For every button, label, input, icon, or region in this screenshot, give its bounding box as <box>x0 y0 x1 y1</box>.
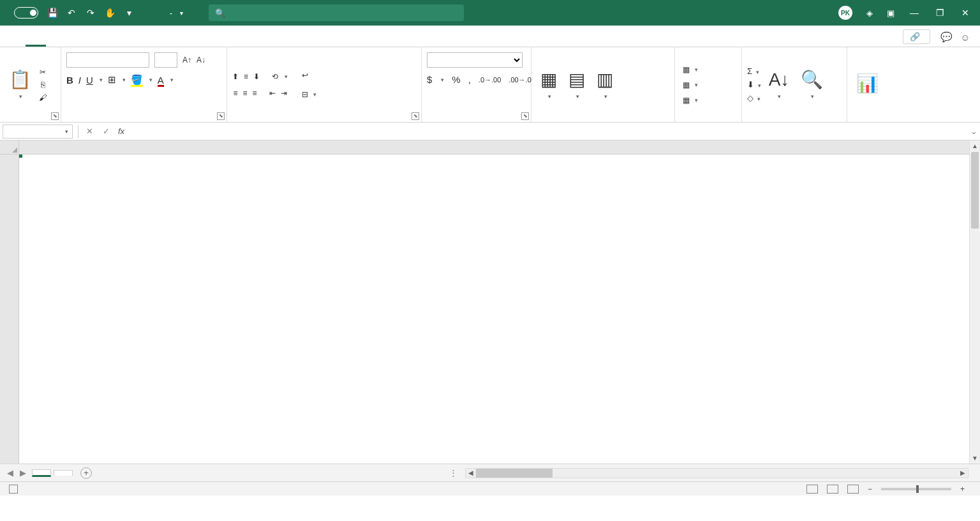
sheet-tab-use-cases[interactable] <box>54 470 73 476</box>
close-button[interactable]: ✕ <box>960 8 971 18</box>
maximize-button[interactable]: ❐ <box>934 8 946 18</box>
number-launcher[interactable]: ⬊ <box>521 112 529 120</box>
tab-view[interactable] <box>168 38 189 47</box>
paste-button[interactable]: 📋 ▾ <box>5 67 35 102</box>
tab-review[interactable] <box>148 38 168 47</box>
sheet-tab-number[interactable] <box>32 469 51 477</box>
comma-format-icon[interactable]: , <box>468 74 471 85</box>
font-name-input[interactable] <box>66 52 149 68</box>
align-right-icon[interactable]: ≡ <box>253 89 257 98</box>
tab-home[interactable] <box>26 37 46 47</box>
sheet-nav-next-icon[interactable]: ▶ <box>17 468 29 478</box>
search-box[interactable]: 🔍 <box>209 4 464 21</box>
cut-icon[interactable]: ✂ <box>40 68 46 77</box>
touch-icon[interactable]: ✋ <box>105 8 115 18</box>
record-macro-icon[interactable] <box>9 485 18 494</box>
tab-power-pivot[interactable] <box>250 38 271 47</box>
enter-formula-icon[interactable]: ✓ <box>98 126 114 136</box>
format-painter-icon[interactable]: 🖌 <box>39 93 47 102</box>
cell-styles-button[interactable]: ▥▾ <box>593 67 617 102</box>
find-select-button[interactable]: 🔍▾ <box>797 67 827 102</box>
diamond-icon[interactable]: ◈ <box>866 8 873 18</box>
font-color-icon[interactable]: A <box>158 75 164 86</box>
number-format-select[interactable] <box>427 52 523 68</box>
increase-decimal-icon[interactable]: .0→.00 <box>479 76 501 84</box>
page-layout-view-icon[interactable] <box>827 485 838 494</box>
clipboard-launcher[interactable]: ⬊ <box>51 112 59 120</box>
decrease-decimal-icon[interactable]: .00→.0 <box>509 76 531 84</box>
format-as-table-button[interactable]: ▤▾ <box>565 67 589 102</box>
page-break-view-icon[interactable] <box>847 485 859 494</box>
smiley-icon[interactable]: ☺ <box>956 32 975 43</box>
bold-button[interactable]: B <box>66 75 73 86</box>
select-all-button[interactable] <box>0 140 19 154</box>
user-avatar-icon[interactable]: PK <box>838 6 852 20</box>
minimize-button[interactable]: — <box>909 8 920 18</box>
spreadsheet-grid[interactable]: ▲ ▼ <box>0 140 980 464</box>
increase-indent-icon[interactable]: ⇥ <box>281 89 287 98</box>
zoom-in-button[interactable]: + <box>960 485 965 494</box>
document-title[interactable]: - ▾ <box>166 8 183 18</box>
undo-icon[interactable]: ↶ <box>66 8 77 18</box>
tab-help[interactable] <box>230 38 250 47</box>
align-bottom-icon[interactable]: ⬇ <box>253 72 260 81</box>
format-cells-button[interactable]: ▦ ▾ <box>680 94 701 106</box>
fill-icon[interactable]: ⬇ ▾ <box>747 80 761 89</box>
percent-format-icon[interactable]: % <box>452 74 460 85</box>
font-launcher[interactable]: ⬊ <box>217 112 225 120</box>
alignment-launcher[interactable]: ⬊ <box>412 112 419 120</box>
align-left-icon[interactable]: ≡ <box>233 89 237 98</box>
save-icon[interactable]: 💾 <box>47 8 57 18</box>
zoom-out-button[interactable]: − <box>868 485 872 494</box>
normal-view-icon[interactable] <box>806 485 818 494</box>
tab-insert[interactable] <box>46 38 66 47</box>
vertical-scrollbar[interactable]: ▲ ▼ <box>969 140 980 464</box>
decrease-font-icon[interactable]: A↓ <box>197 56 205 64</box>
clear-icon[interactable]: ◇ ▾ <box>747 93 761 103</box>
add-sheet-button[interactable]: + <box>80 467 92 479</box>
ribbon-display-icon[interactable]: ▣ <box>887 8 895 18</box>
borders-icon[interactable]: ⊞ <box>108 74 116 86</box>
tab-formulas[interactable] <box>107 38 128 47</box>
cancel-formula-icon[interactable]: ✕ <box>81 126 98 136</box>
align-middle-icon[interactable]: ≡ <box>244 72 248 81</box>
insert-function-icon[interactable]: fx <box>118 126 124 136</box>
increase-font-icon[interactable]: A↑ <box>182 56 191 64</box>
redo-icon[interactable]: ↷ <box>85 8 96 18</box>
underline-button[interactable]: U <box>86 75 93 86</box>
tab-file[interactable] <box>5 38 26 47</box>
share-button[interactable]: 🔗 <box>903 29 930 44</box>
tab-draw[interactable] <box>66 38 87 47</box>
orientation-icon[interactable]: ⟲ <box>272 72 278 81</box>
sort-filter-button[interactable]: A↓▾ <box>765 67 794 102</box>
expand-formula-bar-icon[interactable]: ⌄ <box>967 126 980 136</box>
align-center-icon[interactable]: ≡ <box>243 89 248 98</box>
horizontal-scrollbar[interactable]: ◀▶ <box>465 468 969 478</box>
font-size-input[interactable] <box>154 52 177 68</box>
tab-data[interactable] <box>128 38 148 47</box>
analyze-data-button[interactable]: 📊 <box>852 71 882 98</box>
decrease-indent-icon[interactable]: ⇤ <box>269 89 276 98</box>
copy-icon[interactable]: ⎘ <box>41 80 45 89</box>
tab-developer[interactable] <box>189 38 209 47</box>
qat-customize-icon[interactable]: ▾ <box>124 8 134 18</box>
paste-icon: 📋 <box>9 68 31 91</box>
delete-cells-button[interactable]: ▦ ▾ <box>680 79 701 91</box>
wrap-text-button[interactable]: ↩ <box>299 70 313 81</box>
tab-addins[interactable] <box>209 38 230 47</box>
autosum-icon[interactable]: Σ ▾ <box>747 66 759 76</box>
accounting-format-icon[interactable]: $ <box>427 74 432 85</box>
merge-center-button[interactable]: ⊟▾ <box>299 89 319 100</box>
tab-utility[interactable] <box>271 38 291 47</box>
name-box[interactable]: ▾ <box>3 125 73 139</box>
comments-icon[interactable]: 💬 <box>937 31 956 43</box>
tab-page-layout[interactable] <box>87 38 107 47</box>
zoom-slider[interactable] <box>881 488 951 490</box>
italic-button[interactable]: I <box>78 75 81 86</box>
align-top-icon[interactable]: ⬆ <box>232 72 239 81</box>
autosave-toggle[interactable] <box>14 7 38 19</box>
fill-color-icon[interactable]: 🪣 <box>131 74 143 86</box>
conditional-formatting-button[interactable]: ▦▾ <box>537 67 561 102</box>
sheet-nav-prev-icon[interactable]: ◀ <box>4 468 17 478</box>
insert-cells-button[interactable]: ▦ ▾ <box>680 64 701 75</box>
